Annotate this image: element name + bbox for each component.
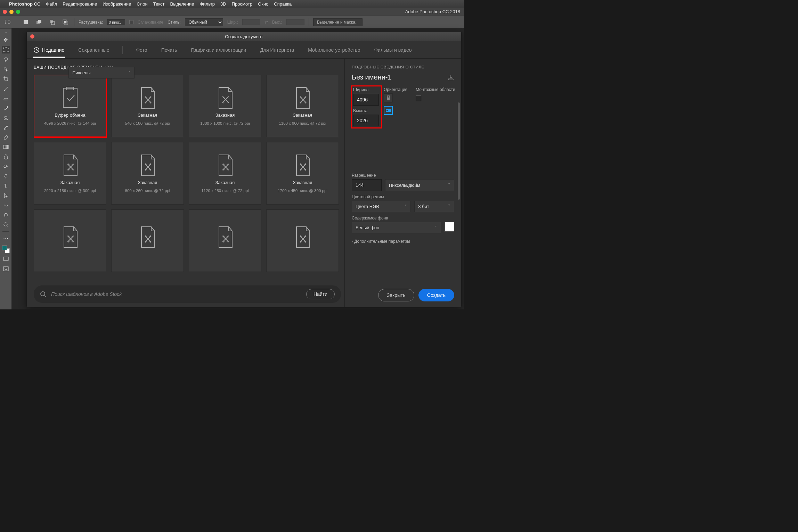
window-titlebar: Adobe Photoshop CC 2018 — [0, 8, 464, 16]
tab-recent[interactable]: Недавние — [33, 42, 65, 58]
preset-card[interactable]: Заказная1100 x 900 пикс. @ 72 ppi — [266, 75, 339, 137]
preset-card[interactable] — [111, 209, 184, 272]
quick-select-tool[interactable] — [2, 65, 10, 73]
type-tool[interactable]: T — [2, 182, 10, 190]
color-mode-label: Цветовой режим — [352, 194, 454, 199]
preset-scrollbar[interactable] — [458, 102, 460, 200]
eyedropper-tool[interactable] — [2, 85, 10, 92]
fullscreen-window-button[interactable] — [16, 10, 20, 14]
eraser-tool[interactable] — [2, 133, 10, 141]
dialog-close-button[interactable] — [30, 34, 34, 39]
tool-preset-icon[interactable] — [3, 18, 13, 27]
style-label: Стиль: — [168, 20, 180, 25]
preset-name: Заказная — [60, 180, 80, 185]
menu-type[interactable]: Текст — [153, 1, 165, 7]
find-button[interactable]: Найти — [306, 289, 335, 299]
preset-card[interactable]: Заказная1120 x 250 пикс. @ 72 ppi — [189, 142, 261, 205]
bit-depth-select[interactable]: 8 бит˅ — [414, 201, 454, 212]
select-and-mask-button[interactable]: Выделение и маска... — [313, 18, 363, 26]
path-select-tool[interactable] — [2, 192, 10, 199]
lasso-tool[interactable] — [2, 56, 10, 63]
preset-card[interactable] — [189, 209, 261, 272]
resolution-units-select[interactable]: Пикселы/дюйм˅ — [385, 179, 454, 191]
crop-tool[interactable] — [2, 75, 10, 83]
clone-stamp-tool[interactable] — [2, 114, 10, 122]
pen-tool[interactable] — [2, 172, 10, 180]
menu-3d[interactable]: 3D — [220, 1, 226, 7]
orientation-portrait[interactable] — [384, 93, 393, 102]
preset-card[interactable] — [266, 209, 339, 272]
gradient-tool[interactable] — [2, 143, 10, 151]
healing-brush-tool[interactable] — [2, 94, 10, 102]
shape-tool[interactable] — [2, 201, 10, 209]
minimize-window-button[interactable] — [9, 10, 14, 14]
dodge-tool[interactable] — [2, 163, 10, 170]
preset-card[interactable]: Заказная2920 x 2159 пикс. @ 300 ppi — [34, 142, 106, 205]
preset-card[interactable]: Заказная1700 x 450 пикс. @ 300 ppi — [266, 142, 339, 205]
preset-card[interactable]: Заказная540 x 180 пикс. @ 72 ppi — [111, 75, 184, 137]
blur-tool[interactable] — [2, 153, 10, 160]
app-menu[interactable]: Photoshop CC — [9, 1, 40, 7]
sel-width-input[interactable] — [242, 19, 260, 25]
menu-layers[interactable]: Слои — [137, 1, 148, 7]
tab-print[interactable]: Печать — [161, 42, 178, 58]
preset-card[interactable] — [34, 209, 106, 272]
svg-point-12 — [5, 99, 5, 100]
svg-rect-0 — [5, 20, 10, 24]
color-mode-select[interactable]: Цвета RGB˅ — [352, 201, 411, 212]
selection-subtract-icon[interactable] — [48, 18, 57, 27]
style-select[interactable]: Обычный — [185, 18, 223, 26]
width-input[interactable] — [353, 94, 379, 106]
tab-saved[interactable]: Сохраненные — [78, 42, 110, 58]
menu-select[interactable]: Выделение — [170, 1, 194, 7]
antialias-checkbox[interactable] — [129, 20, 133, 24]
tab-photo[interactable]: Фото — [135, 42, 148, 58]
create-button[interactable]: Создать — [418, 289, 454, 301]
tab-video[interactable]: Фильмы и видео — [373, 42, 412, 58]
hand-tool[interactable] — [2, 211, 10, 219]
history-brush-tool[interactable] — [2, 124, 10, 131]
preset-card[interactable]: Заказная1300 x 1000 пикс. @ 72 ppi — [189, 75, 261, 137]
height-input[interactable] — [353, 115, 379, 126]
orientation-landscape[interactable] — [384, 106, 393, 115]
selection-new-icon[interactable] — [21, 18, 30, 27]
stock-search-row: Поиск шаблонов в Adobe Stock Найти — [34, 285, 341, 303]
artboards-checkbox[interactable] — [416, 95, 421, 101]
menu-view[interactable]: Просмотр — [232, 1, 252, 7]
zoom-tool[interactable] — [2, 221, 10, 228]
selection-intersect-icon[interactable] — [61, 18, 70, 27]
edit-toolbar-icon[interactable]: ⋯ — [2, 234, 10, 242]
stock-search-placeholder[interactable]: Поиск шаблонов в Adobe Stock — [51, 291, 301, 297]
menu-file[interactable]: Файл — [46, 1, 57, 7]
close-window-button[interactable] — [3, 10, 7, 14]
bg-content-select[interactable]: Белый фон˅ — [352, 222, 441, 233]
macos-menubar: Photoshop CC Файл Редактирование Изображ… — [0, 0, 464, 8]
advanced-toggle[interactable]: › Дополнительные параметры — [352, 239, 454, 244]
rectangular-marquee-tool[interactable] — [2, 46, 10, 53]
preset-spec: 1300 x 1000 пикс. @ 72 ppi — [200, 121, 250, 125]
menu-help[interactable]: Справка — [274, 1, 292, 7]
menu-window[interactable]: Окно — [258, 1, 268, 7]
feather-input[interactable] — [107, 19, 125, 25]
close-button[interactable]: Закрыть — [378, 289, 414, 301]
preset-card[interactable]: Заказная800 x 260 пикс. @ 72 ppi — [111, 142, 184, 205]
tab-web[interactable]: Для Интернета — [259, 42, 295, 58]
tab-art[interactable]: Графика и иллюстрации — [190, 42, 247, 58]
preset-card[interactable]: Буфер обмена4096 x 2026 пикс. @ 144 ppi — [34, 75, 106, 137]
resolution-input[interactable] — [352, 179, 382, 191]
bg-color-swatch[interactable] — [445, 222, 454, 232]
move-tool[interactable]: ✥ — [2, 36, 10, 44]
menu-filter[interactable]: Фильтр — [200, 1, 215, 7]
menu-image[interactable]: Изображение — [103, 1, 131, 7]
brush-tool[interactable] — [2, 104, 10, 112]
sel-height-input[interactable] — [286, 19, 304, 25]
artboards-label: Монтажные области — [416, 87, 455, 92]
preset-name: Заказная — [293, 113, 312, 118]
selection-add-icon[interactable] — [34, 18, 43, 27]
svg-rect-8 — [64, 21, 66, 23]
tab-mobile[interactable]: Мобильное устройство — [307, 42, 361, 58]
quick-mask-icon[interactable] — [2, 265, 10, 273]
menu-edit[interactable]: Редактирование — [63, 1, 97, 7]
color-swatches[interactable] — [2, 246, 10, 253]
screen-mode-icon[interactable] — [2, 255, 10, 263]
